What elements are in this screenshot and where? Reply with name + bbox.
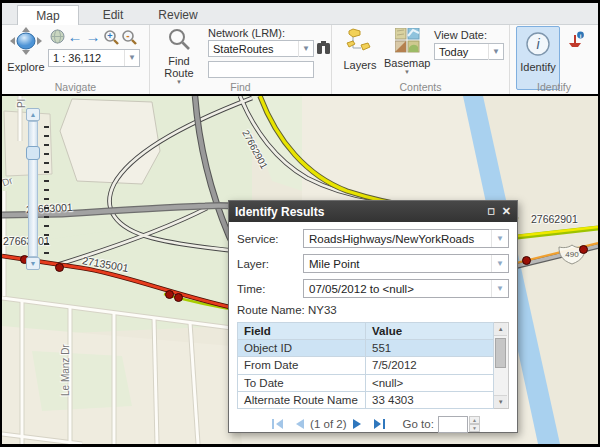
table-row[interactable]: Alternate Route Name 33 4303: [238, 391, 494, 408]
service-combobox[interactable]: RoadsHighways/NewYorkRoads ▼: [303, 229, 509, 248]
table-row[interactable]: To Date <null>: [238, 374, 494, 391]
layer-combobox[interactable]: Mile Point ▼: [303, 254, 509, 273]
street-label: Pl: [16, 99, 27, 108]
dialog-title: Identify Results: [235, 205, 324, 219]
field-column-header[interactable]: Field: [238, 323, 366, 340]
time-combobox[interactable]: 07/05/2012 to <null> ▼: [303, 279, 509, 298]
route-shield-number: 490: [565, 250, 579, 259]
previous-page-icon[interactable]: [294, 418, 305, 430]
view-date-value: Today: [435, 46, 488, 58]
field-cell[interactable]: Object ID: [238, 340, 366, 357]
dialog-body: Service: RoadsHighways/NewYorkRoads ▼ La…: [229, 222, 517, 437]
first-page-icon[interactable]: [271, 418, 284, 430]
spinner-up-icon[interactable]: ▲: [469, 416, 480, 424]
time-label: Time:: [237, 283, 303, 295]
maximize-icon[interactable]: ◻: [487, 206, 494, 217]
milepoint-marker[interactable]: [165, 290, 174, 299]
field-cell[interactable]: To Date: [238, 374, 366, 391]
scroll-up-icon[interactable]: ▲: [494, 323, 507, 336]
last-page-icon[interactable]: [373, 418, 386, 430]
basemap-button[interactable]: Basemap ▼: [384, 28, 430, 75]
value-cell[interactable]: 33 4303: [366, 391, 494, 408]
service-value: RoadsHighways/NewYorkRoads: [304, 233, 491, 245]
ribbon-tabstrip: Map Edit Review: [2, 3, 598, 25]
binoculars-icon[interactable]: [316, 40, 331, 55]
tab-map[interactable]: Map: [17, 5, 79, 26]
scale-combobox[interactable]: 1 : 36,112 ▼: [48, 49, 140, 67]
street-label: Le Manz Dr: [60, 344, 71, 396]
basemap-label: Basemap: [384, 57, 430, 69]
goto-label: Go to:: [403, 418, 434, 430]
milepoint-marker[interactable]: [174, 293, 183, 302]
svg-text:-: -: [126, 30, 129, 41]
zoom-slider-thumb[interactable]: [26, 146, 40, 160]
identify-button-label: Identify: [517, 61, 559, 73]
tab-review[interactable]: Review: [147, 5, 209, 25]
zoom-slider-ticks: [44, 126, 49, 254]
chevron-down-icon[interactable]: ▼: [491, 255, 508, 272]
spinner-down-icon[interactable]: ▼: [469, 424, 480, 432]
globe-icon[interactable]: [48, 28, 66, 45]
layers-icon: [345, 28, 375, 55]
map-canvas[interactable]: 490 27663001 27663101 27135001 27662901 …: [2, 96, 598, 444]
zoom-slider-up-button[interactable]: ▲: [26, 108, 40, 121]
identify-i-icon: i: [525, 31, 551, 57]
map-zoom-slider: ▲ ▼: [26, 108, 40, 270]
forward-arrow-icon[interactable]: →: [84, 28, 102, 45]
milepoint-marker[interactable]: [55, 263, 64, 272]
chevron-down-icon[interactable]: ▼: [488, 44, 503, 60]
identify-results-dialog: Identify Results ◻ ✕ Service: RoadsHighw…: [228, 200, 518, 433]
chevron-down-icon[interactable]: ▼: [491, 280, 508, 297]
layers-label: Layers: [340, 59, 380, 71]
table-row[interactable]: From Date 7/5/2012: [238, 357, 494, 374]
value-column-header[interactable]: Value: [366, 323, 494, 340]
route-input[interactable]: [208, 61, 314, 78]
time-value: 07/05/2012 to <null>: [304, 283, 491, 295]
tab-edit[interactable]: Edit: [82, 5, 144, 25]
chevron-down-icon[interactable]: ▼: [491, 230, 508, 247]
zoom-slider-track[interactable]: [28, 121, 38, 257]
field-cell[interactable]: From Date: [238, 357, 366, 374]
value-cell[interactable]: 551: [366, 340, 494, 357]
network-lrm-label: Network (LRM):: [208, 27, 285, 39]
scrollbar-thumb[interactable]: [495, 338, 506, 368]
group-contents: Layers Basemap ▼ Vi: [332, 25, 510, 94]
field-cell[interactable]: Alternate Route Name: [238, 391, 366, 408]
goto-spinner[interactable]: ▲▼: [469, 416, 480, 432]
app-window: Map Edit Review Explore: [0, 0, 600, 447]
route-name-text: Route Name: NY33: [237, 304, 509, 316]
view-date-combobox[interactable]: Today ▼: [434, 43, 504, 60]
next-page-icon[interactable]: [352, 418, 363, 430]
group-label-navigate: Navigate: [2, 81, 149, 93]
find-route-button[interactable]: Find Route ▼: [158, 27, 200, 85]
dialog-titlebar[interactable]: Identify Results ◻ ✕: [229, 201, 517, 222]
network-lrm-combobox[interactable]: StateRoutes ▼: [208, 40, 314, 57]
group-label-find: Find: [150, 81, 331, 93]
layer-label: Layer:: [237, 258, 303, 270]
milepoint-marker[interactable]: [522, 256, 531, 265]
milepoint-marker[interactable]: [579, 245, 588, 254]
back-arrow-icon[interactable]: ←: [66, 28, 84, 45]
zoom-out-icon[interactable]: -: [120, 28, 138, 45]
add-identify-point-icon[interactable]: i: [567, 31, 585, 49]
value-cell[interactable]: 7/5/2012: [366, 357, 494, 374]
chevron-down-icon[interactable]: ▼: [298, 41, 313, 57]
goto-page-input[interactable]: [438, 416, 468, 433]
chevron-down-icon: ▼: [384, 69, 430, 75]
service-label: Service:: [237, 233, 303, 245]
find-route-label: Find Route: [161, 55, 197, 79]
table-scrollbar[interactable]: ▲ ▼: [494, 322, 509, 409]
layers-button[interactable]: Layers: [340, 28, 380, 71]
zoom-in-icon[interactable]: +: [102, 28, 120, 45]
group-navigate: Explore ← → + - 1 : 36,112: [2, 25, 150, 94]
close-icon[interactable]: ✕: [502, 206, 511, 217]
explore-pan-icon: [9, 27, 43, 57]
zoom-slider-down-button[interactable]: ▼: [26, 257, 40, 270]
table-header-row: Field Value: [238, 323, 494, 340]
value-cell[interactable]: <null>: [366, 374, 494, 391]
table-row[interactable]: Object ID 551: [238, 340, 494, 357]
explore-label: Explore: [6, 61, 46, 73]
scroll-down-icon[interactable]: ▼: [494, 395, 507, 408]
explore-button[interactable]: Explore: [6, 27, 46, 73]
chevron-down-icon[interactable]: ▼: [124, 50, 139, 66]
